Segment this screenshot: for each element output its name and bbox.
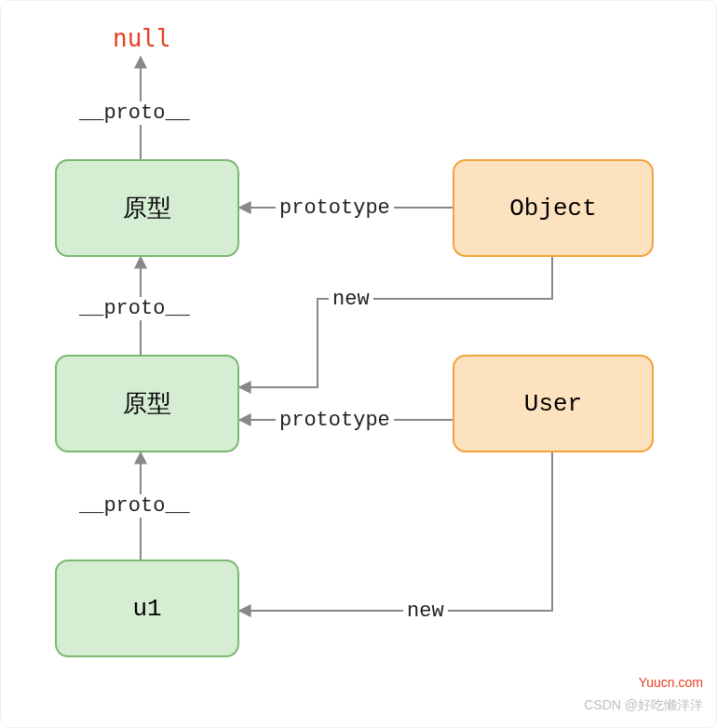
csdn-watermark: CSDN @好吃懒洋洋	[584, 697, 703, 714]
prototype-edge-label: prototype	[276, 196, 394, 220]
site-watermark: Yuucn.com	[639, 675, 703, 690]
proto-edge-label: __proto__	[75, 494, 194, 518]
proto-edge-label: __proto__	[75, 101, 194, 125]
node-label: 原型	[123, 387, 171, 420]
u1-instance-node: u1	[55, 559, 239, 657]
user-constructor-node: User	[453, 355, 654, 452]
node-label: Object	[509, 195, 597, 222]
proto-edge-label: __proto__	[75, 297, 194, 320]
null-node: null	[113, 24, 171, 52]
new-edge-label: new	[403, 600, 448, 623]
node-label: User	[524, 390, 582, 418]
node-label: 原型	[123, 192, 171, 224]
prototype-edge-label: prototype	[276, 409, 394, 432]
prototype-chain-diagram: null 原型 原型 u1 Object User __proto__ __pr…	[0, 0, 717, 728]
object-prototype-node: 原型	[55, 159, 239, 257]
object-constructor-node: Object	[453, 159, 654, 257]
node-label: u1	[132, 595, 161, 623]
user-prototype-node: 原型	[55, 355, 239, 452]
new-edge-label: new	[329, 288, 373, 311]
